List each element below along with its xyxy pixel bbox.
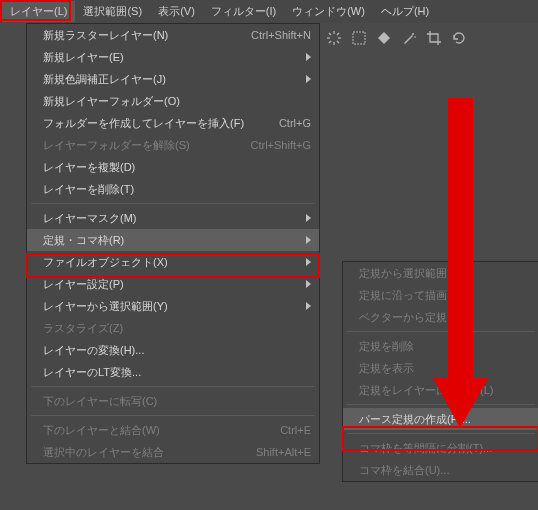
separator [31,386,315,387]
separator [31,203,315,204]
item-create-folder-insert[interactable]: フォルダーを作成してレイヤーを挿入(F)Ctrl+G [27,112,319,134]
subitem-ruler-from-vector: ベクターから定規 [343,306,538,328]
item-selection-from-layer[interactable]: レイヤーから選択範囲(Y) [27,295,319,317]
item-new-layer-folder[interactable]: 新規レイヤーフォルダー(O) [27,90,319,112]
svg-line-4 [329,33,331,35]
menu-window[interactable]: ウィンドウ(W) [284,1,373,22]
dashed-rect-icon[interactable] [347,26,371,50]
subitem-selection-from-ruler: 定規から選択範囲 [343,262,538,284]
separator [31,415,315,416]
svg-point-9 [412,33,414,35]
item-merge-selected: 選択中のレイヤーを結合Shift+Alt+E [27,441,319,463]
spinner-icon[interactable] [322,26,346,50]
item-convert-layer[interactable]: レイヤーの変換(H)... [27,339,319,361]
item-lt-convert[interactable]: レイヤーのLT変換... [27,361,319,383]
item-rasterize: ラスタライズ(Z) [27,317,319,339]
subitem-link-ruler-layer: 定規をレイヤーにリンク(L) [343,379,538,401]
subitem-merge-frames: コマ枠を結合(U)... [343,459,538,481]
svg-point-10 [414,36,416,38]
menu-help[interactable]: ヘルプ(H) [373,1,437,22]
wand-icon[interactable] [397,26,421,50]
svg-line-5 [337,41,339,43]
chevron-right-icon [306,214,311,222]
menu-selection[interactable]: 選択範囲(S) [75,1,150,22]
subitem-create-perspective-ruler[interactable]: パース定規の作成(P)... [343,408,538,430]
item-layer-settings[interactable]: レイヤー設定(P) [27,273,319,295]
diamond-icon[interactable] [372,26,396,50]
menu-filter[interactable]: フィルター(I) [203,1,284,22]
item-layer-mask[interactable]: レイヤーマスク(M) [27,207,319,229]
rotate-icon[interactable] [447,26,471,50]
item-new-raster-layer[interactable]: 新規ラスターレイヤー(N)Ctrl+Shift+N [27,24,319,46]
item-ungroup-folder: レイヤーフォルダーを解除(S)Ctrl+Shift+G [27,134,319,156]
chevron-right-icon [306,302,311,310]
menubar: レイヤー(L) 選択範囲(S) 表示(V) フィルター(I) ウィンドウ(W) … [0,0,538,23]
item-duplicate-layer[interactable]: レイヤーを複製(D) [27,156,319,178]
menu-view[interactable]: 表示(V) [150,1,203,22]
chevron-right-icon [306,280,311,288]
chevron-right-icon [306,236,311,244]
ruler-frame-submenu: 定規から選択範囲 定規に沿って描画 ベクターから定規 定規を削除 定規を表示 定… [342,261,538,482]
chevron-right-icon [306,258,311,266]
chevron-right-icon [306,75,311,83]
item-file-object[interactable]: ファイルオブジェクト(X) [27,251,319,273]
toolbar [322,26,471,50]
chevron-right-icon [306,53,311,61]
subitem-delete-ruler: 定規を削除 [343,335,538,357]
item-transfer-below: 下のレイヤーに転写(C) [27,390,319,412]
crop-icon[interactable] [422,26,446,50]
separator [347,331,535,332]
layer-dropdown: 新規ラスターレイヤー(N)Ctrl+Shift+N 新規レイヤー(E) 新規色調… [26,23,320,464]
item-delete-layer[interactable]: レイヤーを削除(T) [27,178,319,200]
item-new-correction-layer[interactable]: 新規色調補正レイヤー(J) [27,68,319,90]
separator [347,433,535,434]
item-new-layer[interactable]: 新規レイヤー(E) [27,46,319,68]
separator [347,404,535,405]
subitem-show-ruler: 定規を表示 [343,357,538,379]
item-ruler-frame[interactable]: 定規・コマ枠(R) [27,229,319,251]
menu-layer[interactable]: レイヤー(L) [2,1,75,22]
subitem-draw-along-ruler: 定規に沿って描画 [343,284,538,306]
subitem-split-frame-evenly: コマ枠を等間隔に分割(T)... [343,437,538,459]
svg-line-7 [337,33,339,35]
svg-line-6 [329,41,331,43]
item-merge-below: 下のレイヤーと結合(W)Ctrl+E [27,419,319,441]
svg-rect-8 [353,32,365,44]
